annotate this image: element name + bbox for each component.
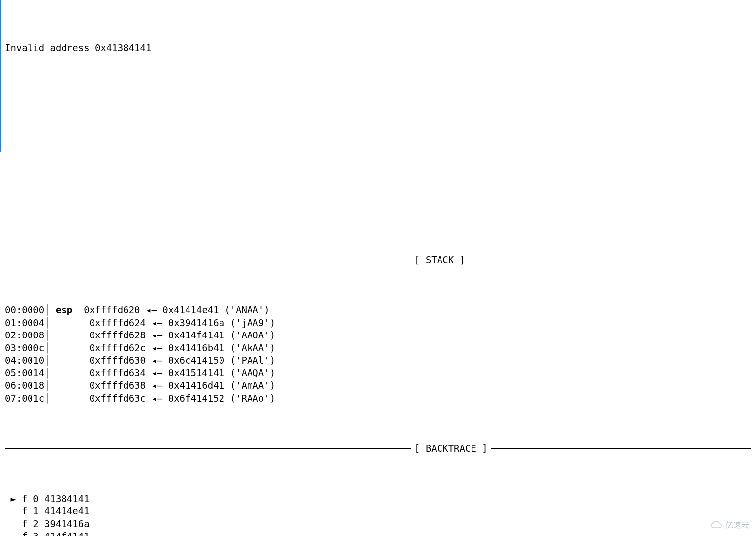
backtrace-row: f 2 3941416a [5,518,751,531]
rule-left [5,260,411,260]
backtrace-row: ► f 0 41384141 [5,493,751,505]
backtrace-block: ► f 0 41384141 f 1 41414e41 f 2 3941416a… [5,493,751,536]
stack-row: 00:0000│ esp 0xffffd620 ◂— 0x41414e41 ('… [5,304,751,317]
section-label-backtrace: [ BACKTRACE ] [411,442,491,455]
backtrace-row: f 3 414f4141 [5,530,751,536]
rule-left [5,448,411,449]
rule-right [491,448,751,449]
stack-row: 02:0008│ 0xffffd628 ◂— 0x414f4141 ('AAOA… [5,329,751,342]
stack-row: 07:001c│ 0xffffd63c ◂— 0x6f414152 ('RAAo… [5,392,751,405]
section-divider-backtrace: [ BACKTRACE ] [5,442,751,455]
rule-right [468,260,751,260]
section-label-stack: [ STACK ] [411,254,468,267]
watermark-text: 亿速云 [725,519,749,532]
invalid-address-line: Invalid address 0x41384141 [5,42,751,55]
blank-region [5,92,751,216]
stack-row: 03:000c│ 0xffffd62c ◂— 0x41416b41 ('AkAA… [5,342,751,355]
terminal-viewport: Invalid address 0x41384141 [ STACK ] 00:… [0,0,756,536]
stack-row: 05:0014│ 0xffffd634 ◂— 0x41514141 ('AAQA… [5,367,751,380]
stack-row: 01:0004│ 0xffffd624 ◂— 0x3941416a ('jAA9… [5,317,751,330]
watermark: 亿速云 [710,519,749,532]
section-divider-stack: [ STACK ] [5,254,751,267]
backtrace-row: f 1 41414e41 [5,505,751,518]
stack-row: 06:0018│ 0xffffd638 ◂— 0x41416d41 ('AmAA… [5,379,751,392]
stack-row: 04:0010│ 0xffffd630 ◂— 0x6c414150 ('PAAl… [5,354,751,367]
window-accent-bar [0,0,1,152]
cloud-icon [710,520,723,529]
stack-block: 00:0000│ esp 0xffffd620 ◂— 0x41414e41 ('… [5,304,751,404]
